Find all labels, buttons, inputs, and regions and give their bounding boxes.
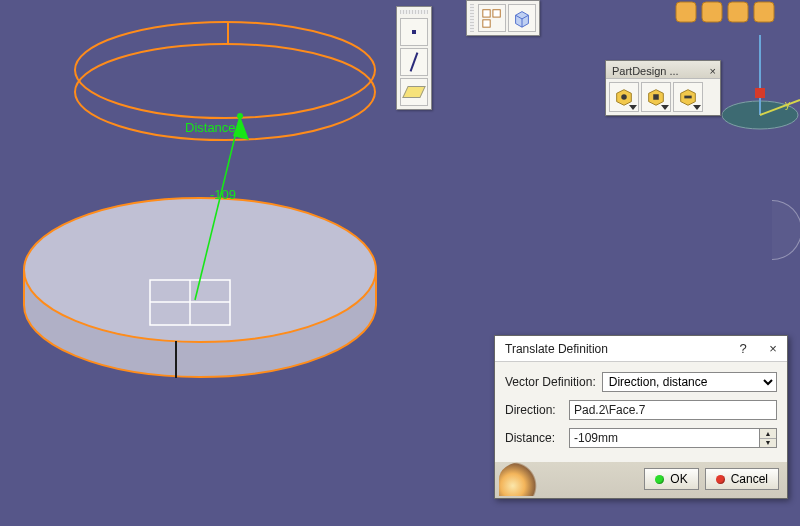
vector-definition-label: Vector Definition: — [505, 375, 596, 389]
distance-input[interactable]: -109mm — [569, 428, 759, 448]
partdesign-toolbar-title: PartDesign ... — [612, 65, 679, 77]
corner-icons — [676, 2, 774, 22]
svg-point-9 — [237, 113, 243, 119]
measure-thickness-tool[interactable] — [673, 82, 703, 112]
dialog-title: Translate Definition — [505, 342, 608, 356]
svg-point-5 — [75, 22, 375, 118]
view-toolbar — [466, 0, 540, 36]
spinner-down[interactable]: ▼ — [760, 439, 776, 448]
svg-rect-17 — [728, 2, 748, 22]
toolbar-grip[interactable] — [470, 4, 474, 32]
distance-label: Distance — [185, 120, 236, 135]
point-tool[interactable] — [400, 18, 428, 46]
partdesign-toolbar: PartDesign ... × — [605, 60, 721, 116]
cancel-button-label: Cancel — [731, 472, 768, 486]
vector-definition-select[interactable]: Direction, distance — [602, 372, 777, 392]
measure-item-tool[interactable] — [641, 82, 671, 112]
direction-value: Pad.2\Face.7 — [574, 403, 645, 417]
ok-button-label: OK — [670, 472, 687, 486]
distance-value: -109 — [210, 187, 236, 202]
svg-point-23 — [621, 94, 627, 100]
ok-led-icon — [655, 475, 664, 484]
cancel-led-icon — [716, 475, 725, 484]
svg-rect-15 — [676, 2, 696, 22]
drafting-views-tool[interactable] — [478, 4, 506, 32]
distance-spinner[interactable]: ▲ ▼ — [759, 428, 777, 448]
orientation-cube-tool[interactable] — [508, 4, 536, 32]
distance-input-value: -109mm — [574, 431, 618, 445]
measure-between-tool[interactable] — [609, 82, 639, 112]
ok-button[interactable]: OK — [644, 468, 698, 490]
compass-widget: y — [722, 35, 800, 129]
toolbar-grip[interactable] — [400, 10, 428, 14]
svg-rect-16 — [702, 2, 722, 22]
svg-text:y: y — [785, 99, 790, 110]
svg-rect-19 — [412, 30, 416, 34]
close-icon[interactable]: × — [710, 65, 716, 77]
svg-rect-13 — [755, 88, 765, 98]
cancel-button[interactable]: Cancel — [705, 468, 779, 490]
spinner-up[interactable]: ▲ — [760, 429, 776, 439]
translate-definition-dialog: Translate Definition ? × Vector Definiti… — [494, 335, 788, 499]
help-icon[interactable]: ? — [735, 341, 751, 356]
svg-rect-24 — [653, 94, 659, 100]
close-icon[interactable]: × — [765, 341, 781, 356]
direction-field[interactable]: Pad.2\Face.7 — [569, 400, 777, 420]
svg-rect-21 — [493, 10, 500, 17]
svg-rect-22 — [483, 20, 490, 27]
line-tool[interactable] — [400, 48, 428, 76]
svg-rect-20 — [483, 10, 490, 17]
distance-field-label: Distance: — [505, 431, 563, 445]
svg-rect-18 — [754, 2, 774, 22]
direction-label: Direction: — [505, 403, 563, 417]
sketch-toolbar — [396, 6, 432, 110]
plane-tool[interactable] — [400, 78, 428, 106]
